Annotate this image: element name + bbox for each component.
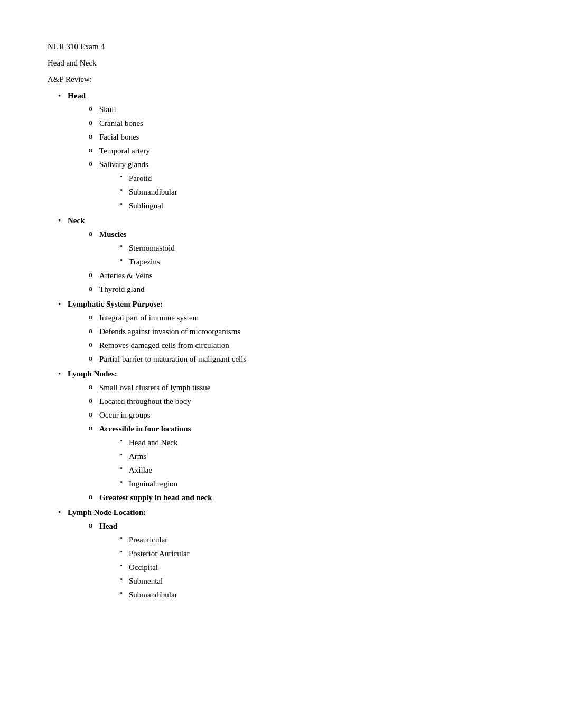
lymphatic-purpose-sublist: Integral part of immune system Defends a… [68,311,513,365]
list-item-head-neck: Head and Neck [120,436,513,449]
list-item-preauricular: Preauricular [120,533,513,546]
list-item-trapezius: Trapezius [120,255,513,268]
list-item-occur: Occur in groups [89,409,513,421]
location-head-sublist: Preauricular Posterior Auricular Occipit… [99,533,513,601]
list-item-location-head: Head Preauricular Posterior Auricular Oc… [89,520,513,601]
section-header: A&P Review: [48,75,513,84]
lymphatic-purpose-label: Lymphatic System Purpose: [68,300,163,308]
accessible-label: Accessible in four locations [99,425,191,433]
list-item-occipital: Occipital [120,561,513,574]
main-list: Head Skull Cranial bones Facial bones Te… [48,89,513,601]
list-item-arms: Arms [120,450,513,463]
salivary-sublist: Parotid Submandibular Sublingual [99,172,513,212]
list-item-submandibular2: Submandibular [120,588,513,601]
neck-sublist: Muscles Sternomastoid Trapezius Arteries… [68,228,513,296]
list-item-removes: Removes damaged cells from circulation [89,339,513,352]
list-item-small-oval: Small oval clusters of lymph tissue [89,381,513,394]
list-item-greatest-supply: Greatest supply in head and neck [89,491,513,504]
list-item-sublingual: Sublingual [120,199,513,212]
list-item-facial: Facial bones [89,131,513,143]
location-head-label: Head [99,522,117,530]
list-item-lymphatic-purpose: Lymphatic System Purpose: Integral part … [58,298,513,365]
list-item-inguinal: Inguinal region [120,477,513,490]
list-item-head: Head Skull Cranial bones Facial bones Te… [58,89,513,212]
list-item-salivary: Salivary glands Parotid Submandibular Su… [89,158,513,212]
list-item-muscles: Muscles Sternomastoid Trapezius [89,228,513,268]
list-item-partial: Partial barrier to maturation of maligna… [89,353,513,365]
lymph-nodes-label: Lymph Nodes: [68,370,117,378]
list-item-defends: Defends against invasion of microorganis… [89,325,513,338]
lymph-nodes-sublist: Small oval clusters of lymph tissue Loca… [68,381,513,504]
head-sublist: Skull Cranial bones Facial bones Tempora… [68,103,513,212]
list-item-cranial: Cranial bones [89,117,513,130]
list-item-accessible: Accessible in four locations Head and Ne… [89,422,513,490]
list-item-located: Located throughout the body [89,395,513,408]
list-item-lymph-nodes: Lymph Nodes: Small oval clusters of lymp… [58,367,513,504]
list-item-posterior-auricular: Posterior Auricular [120,547,513,560]
list-item-lymph-node-location: Lymph Node Location: Head Preauricular P… [58,506,513,601]
list-item-skull: Skull [89,103,513,116]
lymph-node-location-label: Lymph Node Location: [68,508,146,517]
list-item-parotid: Parotid [120,172,513,185]
greatest-supply-label: Greatest supply in head and neck [99,493,212,502]
lymph-node-location-sublist: Head Preauricular Posterior Auricular Oc… [68,520,513,601]
muscles-sublist: Sternomastoid Trapezius [99,242,513,268]
list-item-neck: Neck Muscles Sternomastoid Trapezius Art… [58,214,513,296]
list-item-submandibular: Submandibular [120,186,513,198]
muscles-label: Muscles [99,230,127,238]
doc-subtitle: Head and Neck [48,59,513,68]
neck-label: Neck [68,216,85,225]
list-item-arteries: Arteries & Veins [89,269,513,282]
head-label: Head [68,91,86,100]
list-item-submental: Submental [120,575,513,587]
list-item-axillae: Axillae [120,464,513,476]
accessible-sublist: Head and Neck Arms Axillae Inguinal regi… [99,436,513,490]
doc-title: NUR 310 Exam 4 [48,42,513,51]
list-item-sternomastoid: Sternomastoid [120,242,513,254]
list-item-thyroid: Thyroid gland [89,283,513,296]
list-item-integral: Integral part of immune system [89,311,513,324]
list-item-temporal: Temporal artery [89,144,513,157]
